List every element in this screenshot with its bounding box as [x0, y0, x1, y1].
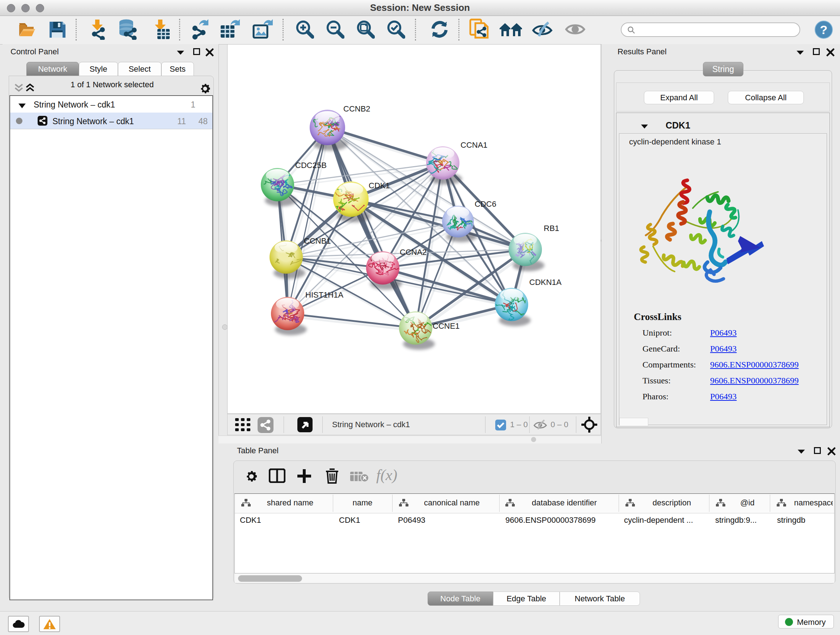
svg-text:RB1: RB1	[544, 224, 559, 233]
svg-text:CCNB2: CCNB2	[343, 104, 370, 113]
svg-text:CCNA2: CCNA2	[400, 248, 427, 257]
svg-text:CDC6: CDC6	[475, 200, 496, 209]
svg-text:CCNB1: CCNB1	[304, 236, 331, 245]
svg-text:CCNE1: CCNE1	[433, 321, 460, 331]
svg-text:CDK1: CDK1	[369, 181, 390, 190]
svg-text:HIST1H1A: HIST1H1A	[305, 290, 343, 299]
svg-text:CDKN1A: CDKN1A	[529, 278, 562, 287]
svg-text:CCNA1: CCNA1	[461, 141, 488, 149]
svg-text:CDC25B: CDC25B	[295, 161, 327, 170]
